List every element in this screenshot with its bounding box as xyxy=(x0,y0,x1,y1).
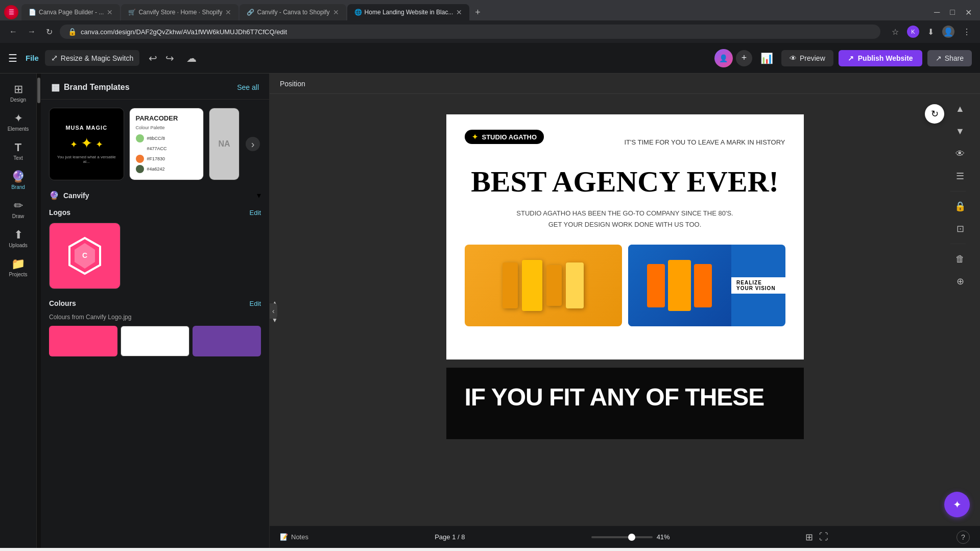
chrome-menu-button[interactable]: ☰ xyxy=(4,5,18,19)
share-button[interactable]: ↗ Share xyxy=(927,50,972,66)
colours-edit-button[interactable]: Edit xyxy=(250,300,261,307)
brand-templates-icon: ▦ xyxy=(51,82,60,93)
canvas-lock-button[interactable]: 🔒 xyxy=(950,197,970,216)
logos-edit-button[interactable]: Edit xyxy=(250,209,261,217)
canvas-frame-button[interactable]: ⊡ xyxy=(950,219,970,238)
resize-label: Resize & Magic Switch xyxy=(61,54,133,62)
fullscreen-button[interactable]: ⛶ xyxy=(817,530,830,545)
brand-dropdown[interactable]: ▾ xyxy=(257,190,261,200)
grid-view-button[interactable]: ⊞ xyxy=(803,530,815,545)
undo-button[interactable]: ↩ xyxy=(146,49,160,67)
bottom-bar: 📝 Notes Page 1 / 8 41% ⊞ ⛶ ? xyxy=(270,525,980,548)
zoom-slider[interactable] xyxy=(591,536,653,538)
food-box-4 xyxy=(566,262,584,308)
swatch-purple[interactable] xyxy=(193,326,261,356)
position-panel: Position xyxy=(270,74,980,94)
template-card-paracoder[interactable]: PARACODER Colour Palette #8bCC/8 #477ACC xyxy=(129,108,204,180)
add-collaborator-button[interactable]: + xyxy=(736,50,752,66)
sidebar-item-projects[interactable]: 📁 Projects xyxy=(2,254,35,281)
resize-magic-switch[interactable]: ⤢ Resize & Magic Switch xyxy=(45,50,139,66)
position-label: Position xyxy=(280,80,305,88)
brand-section-icon: 🔮 xyxy=(49,190,59,200)
panel-title-text: Brand Templates xyxy=(64,83,130,92)
logo-card[interactable]: C xyxy=(49,223,121,289)
bookmark-icon[interactable]: ☆ xyxy=(889,25,902,39)
redo-button[interactable]: ↪ xyxy=(162,49,177,67)
canvas-layers-button[interactable]: ☰ xyxy=(950,166,970,186)
help-button[interactable]: ? xyxy=(957,531,970,544)
panel-header: ▦ Brand Templates See all xyxy=(41,74,269,100)
canva-app: ☰ File ⤢ Resize & Magic Switch ↩ ↪ ☁ 👤 +… xyxy=(0,43,980,548)
hero-title: BEST AGENCY EVER! xyxy=(465,166,785,198)
tool-separator-2 xyxy=(950,244,966,244)
canvas-down-button[interactable]: ▼ xyxy=(950,122,970,141)
sidebar-item-elements[interactable]: ✦ Elements xyxy=(2,109,35,136)
maximize-button[interactable]: □ xyxy=(946,6,959,19)
preview-icon: 👁 xyxy=(790,54,797,62)
canvas-right-tools: ▲ ▼ 👁 ☰ 🔒 ⊡ 🗑 ⊕ xyxy=(950,99,970,291)
color-dot-orange xyxy=(136,155,144,163)
forward-button[interactable]: → xyxy=(25,25,39,38)
panel-header-row: ▦ Brand Templates See all xyxy=(51,82,259,93)
analytics-button[interactable]: 📊 xyxy=(757,49,776,67)
close-window-button[interactable]: ✕ xyxy=(961,6,976,19)
refresh-button[interactable]: ↻ xyxy=(43,25,56,39)
see-all-link[interactable]: See all xyxy=(237,83,259,91)
sidebar-item-uploads[interactable]: ⬆ Uploads xyxy=(2,225,35,252)
preview-button[interactable]: 👁 Preview xyxy=(781,50,833,66)
panel-title: ▦ Brand Templates xyxy=(51,82,130,93)
profile-icon[interactable]: K xyxy=(904,23,922,40)
swatch-pink[interactable] xyxy=(49,326,117,356)
panel-content: MUSA MAGIC ✦ ✦ ✦ You just learned what a… xyxy=(41,100,269,375)
tab-3[interactable]: 🔗 Canvify - Canva to Shopify ✕ xyxy=(240,4,346,20)
canvas-eye-button[interactable]: 👁 xyxy=(950,144,970,163)
back-button[interactable]: ← xyxy=(6,25,20,38)
browser-actions: ☆ K ⬇ 👤 ⋮ xyxy=(889,23,974,40)
tab-1-favicon: 📄 xyxy=(29,9,36,16)
tab-1-close[interactable]: ✕ xyxy=(107,8,113,16)
minimize-button[interactable]: ─ xyxy=(930,6,944,19)
canvas-refresh-button[interactable]: ↻ xyxy=(925,104,944,124)
template-card-musa[interactable]: MUSA MAGIC ✦ ✦ ✦ You just learned what a… xyxy=(49,108,124,180)
toggle-panel-button[interactable]: ‹ xyxy=(270,303,277,319)
url-input[interactable] xyxy=(81,28,872,36)
canvas-scroll-area[interactable]: ✦ STUDIO AGATHO IT'S TIME FOR YOU TO LEA… xyxy=(270,94,980,525)
main-area: ⊞ Design ✦ Elements T Text 🔮 Brand ✏ Dra… xyxy=(0,74,980,548)
notes-button[interactable]: 📝 Notes xyxy=(280,533,308,541)
canvas-up-button[interactable]: ▲ xyxy=(950,99,970,118)
tab-4-close[interactable]: ✕ xyxy=(456,8,462,16)
tab-4[interactable]: 🌐 Home Landing Website in Blac... ✕ xyxy=(347,4,470,20)
new-tab-button[interactable]: + xyxy=(470,5,485,19)
template-next-button[interactable]: › xyxy=(246,137,260,151)
sidebar-item-brand[interactable]: 🔮 Brand xyxy=(2,167,35,194)
publish-website-button[interactable]: ↗ Publish Website xyxy=(839,50,922,66)
zoom-thumb[interactable] xyxy=(628,534,635,541)
tab-4-favicon: 🌐 xyxy=(354,9,362,16)
magic-button[interactable]: ✦ xyxy=(944,492,970,517)
star-badge-icon: ✦ xyxy=(472,133,478,141)
paracoder-subtitle: Colour Palette xyxy=(136,125,198,130)
canvas-add-button[interactable]: ⊕ xyxy=(950,272,970,291)
swatch-white[interactable] xyxy=(121,326,190,356)
food-box-1 xyxy=(503,262,518,308)
canvas-trash-button[interactable]: 🗑 xyxy=(950,249,970,269)
tab-2-close[interactable]: ✕ xyxy=(225,8,231,16)
template-card-na[interactable]: NA xyxy=(209,108,240,180)
tab-3-close[interactable]: ✕ xyxy=(333,8,339,16)
panel-scrollbar[interactable] xyxy=(37,74,41,548)
sidebar-item-design[interactable]: ⊞ Design xyxy=(2,80,35,107)
sidebar-item-text[interactable]: T Text xyxy=(2,138,35,165)
sidebar-item-draw[interactable]: ✏ Draw xyxy=(2,196,35,223)
image-row: REALIZE YOUR VISION xyxy=(465,245,785,326)
download-icon[interactable]: ⬇ xyxy=(924,25,937,39)
tab-2[interactable]: 🛒 Canvify Store · Home · Shopify ✕ xyxy=(121,4,238,20)
user-icon[interactable]: 👤 xyxy=(939,23,958,40)
file-menu[interactable]: File xyxy=(26,54,39,62)
elements-label: Elements xyxy=(8,126,29,132)
notes-label: Notes xyxy=(291,533,308,541)
tab-2-title: Canvify Store · Home · Shopify xyxy=(138,9,222,16)
tab-1[interactable]: 📄 Canva Page Builder - ... ✕ xyxy=(21,4,120,20)
hamburger-menu[interactable]: ☰ xyxy=(8,52,17,64)
extensions-icon[interactable]: ⋮ xyxy=(960,25,974,39)
address-bar[interactable]: 🔒 xyxy=(60,25,880,39)
